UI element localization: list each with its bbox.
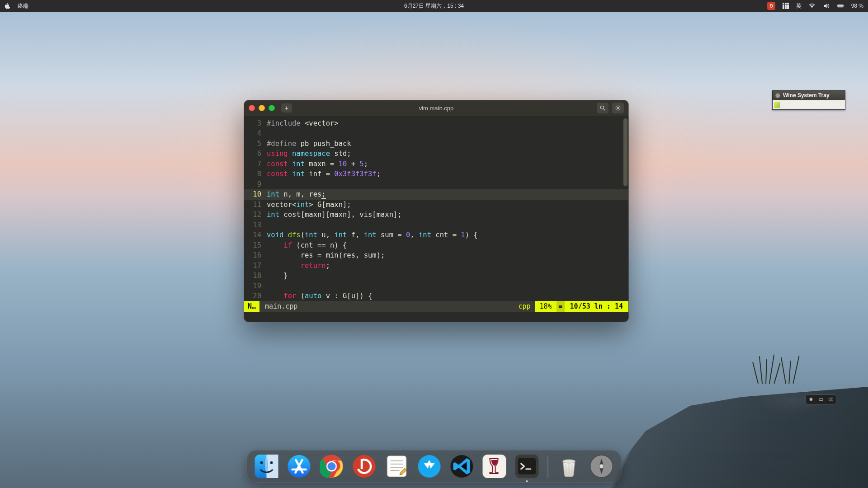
code-line[interactable]: 4 [244, 128, 628, 138]
svg-point-15 [617, 107, 619, 109]
netease-tray-icon[interactable] [767, 2, 775, 10]
code-line[interactable]: 13 [244, 220, 628, 230]
line-number: 16 [244, 250, 267, 260]
battery-icon[interactable] [837, 2, 845, 10]
svg-point-22 [270, 461, 273, 464]
svg-rect-1 [785, 3, 787, 5]
terminal-titlebar[interactable]: + vim main.cpp [244, 100, 628, 116]
status-filename: main.cpp [259, 301, 303, 312]
code-text: vector<int> G[maxn]; [267, 200, 628, 210]
dock-separator [548, 456, 548, 478]
wine-tray-app-icon[interactable] [774, 102, 780, 108]
battery-percent: 98 % [851, 3, 863, 9]
code-line[interactable]: 19 [244, 281, 628, 291]
line-number: 13 [244, 220, 267, 230]
svg-rect-40 [483, 455, 506, 478]
code-text [267, 128, 628, 138]
svg-rect-4 [785, 5, 787, 7]
code-text: return; [267, 261, 628, 271]
status-percent: 18% [535, 301, 557, 312]
code-line[interactable]: 9 [244, 179, 628, 189]
code-line[interactable]: 15 if (cnt == n) { [244, 240, 628, 250]
code-text: #define pb push_back [267, 139, 628, 149]
svg-rect-0 [783, 3, 784, 5]
code-line[interactable]: 14void dfs(int u, int f, int sum = 0, in… [244, 230, 628, 240]
settings-button[interactable] [612, 103, 624, 113]
code-line[interactable]: 10int n, m, res; [244, 189, 628, 199]
wine-tray-titlebar[interactable]: Wine System Tray [773, 91, 845, 100]
minimize-button[interactable] [259, 105, 265, 111]
dock-app-appstore[interactable] [288, 455, 311, 478]
code-line[interactable]: 12int cost[maxn][maxn], vis[maxn]; [244, 210, 628, 220]
input-switcher-pill[interactable] [806, 394, 836, 404]
svg-point-13 [600, 106, 604, 109]
svg-rect-7 [785, 7, 787, 9]
wine-tray-title: Wine System Tray [783, 92, 830, 99]
dock-app-wine[interactable] [483, 455, 506, 478]
search-button[interactable] [597, 103, 609, 113]
code-text: res = min(res, sum); [267, 250, 628, 260]
active-app-name[interactable]: 终端 [18, 2, 28, 10]
status-linesym: ≡ [557, 301, 565, 312]
line-number: 18 [244, 271, 267, 281]
dock-app-launchpad[interactable] [590, 455, 613, 478]
zoom-button[interactable] [269, 105, 275, 111]
editor-viewport[interactable]: 3#include <vector>45#define pb push_back… [244, 116, 628, 301]
dock-app-tim[interactable] [418, 455, 441, 478]
new-tab-button[interactable]: + [281, 103, 292, 113]
code-line[interactable]: 6using namespace std; [244, 149, 628, 159]
volume-icon[interactable] [822, 2, 830, 10]
line-number: 19 [244, 281, 267, 291]
line-number: 20 [244, 291, 267, 301]
code-line[interactable]: 17 return; [244, 261, 628, 271]
grid-tray-icon[interactable] [782, 2, 790, 10]
dock-app-vscode[interactable] [450, 455, 474, 478]
code-line[interactable]: 18 } [244, 271, 628, 281]
svg-rect-6 [783, 7, 784, 9]
dock-app-textedit[interactable] [385, 455, 409, 478]
dock-app-netease[interactable] [353, 455, 376, 478]
line-number: 8 [244, 169, 267, 179]
vertical-scrollbar[interactable] [623, 118, 627, 186]
pill-icon-2[interactable] [816, 395, 826, 404]
wine-tray-close-icon[interactable] [775, 93, 780, 98]
code-line[interactable]: 3#include <vector> [244, 118, 628, 128]
dock-app-terminal[interactable] [515, 455, 539, 478]
pill-icon-1[interactable] [806, 395, 816, 404]
code-text: int n, m, res; [267, 189, 628, 199]
svg-rect-3 [783, 5, 784, 7]
svg-rect-42 [518, 458, 536, 474]
code-line[interactable]: 5#define pb push_back [244, 139, 628, 149]
line-number: 15 [244, 240, 267, 250]
dock-app-finder[interactable] [255, 455, 278, 478]
wine-tray-window[interactable]: Wine System Tray [772, 90, 845, 110]
menubar-datetime[interactable]: 6月27日 星期六，15 : 34 [404, 2, 464, 10]
vim-mode: N… [244, 301, 259, 312]
code-text [267, 220, 628, 230]
line-number: 14 [244, 230, 267, 240]
ime-indicator[interactable]: 英 [796, 2, 802, 10]
line-number: 4 [244, 128, 267, 138]
code-line[interactable]: 7const int maxn = 10 + 5; [244, 159, 628, 169]
code-text: for (auto v : G[u]) { [267, 291, 628, 301]
svg-rect-2 [787, 3, 789, 5]
code-text: int cost[maxn][maxn], vis[maxn]; [267, 210, 628, 220]
pill-icon-3[interactable] [826, 395, 836, 404]
svg-rect-16 [819, 399, 823, 401]
code-text: } [267, 271, 628, 281]
code-line[interactable]: 11vector<int> G[maxn]; [244, 200, 628, 210]
wallpaper-grass [750, 352, 814, 384]
menubar: 终端 6月27日 星期六，15 : 34 英 98 % [0, 0, 868, 12]
svg-point-9 [811, 7, 812, 8]
code-line[interactable]: 8const int inf = 0x3f3f3f3f; [244, 169, 628, 179]
dock-app-trash[interactable] [557, 455, 581, 478]
line-number: 5 [244, 139, 267, 149]
vim-statusline: N… main.cpp cpp 18% ≡ 10/53 ln : 14 [244, 301, 628, 312]
svg-point-44 [563, 460, 576, 463]
apple-menu[interactable] [5, 3, 10, 9]
code-line[interactable]: 20 for (auto v : G[u]) { [244, 291, 628, 301]
wifi-icon[interactable] [808, 2, 816, 10]
close-button[interactable] [249, 105, 255, 111]
code-line[interactable]: 16 res = min(res, sum); [244, 250, 628, 260]
dock-app-chrome[interactable] [320, 455, 344, 478]
